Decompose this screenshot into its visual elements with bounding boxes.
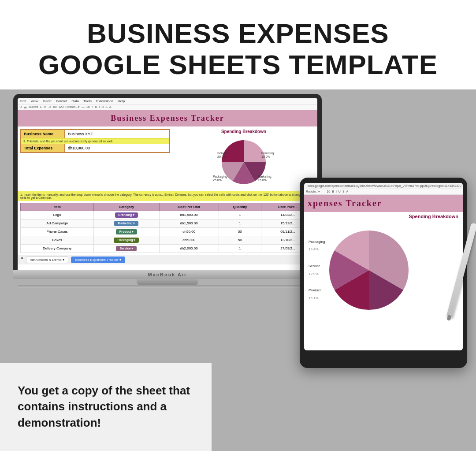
total-value: dh10,000.00 [65, 144, 169, 152]
tab-tracker[interactable]: Business Expenses Tracker ▾ [71, 257, 125, 263]
col-category: Category [94, 203, 159, 211]
business-name-row: Business Name Business XYZ [21, 130, 169, 138]
chart-area: Spending Breakdown [173, 129, 315, 189]
pie-chart: Service 20.0% Branding 15.0% Marketing 1… [208, 136, 279, 189]
cell-cost: dh2,000.00 [159, 244, 219, 253]
menu-bar: EditViewInsertFormat DataToolsExtensions… [18, 98, 317, 104]
table-row: Ad Campaign Marketing ▾ dh1,500.00 1 15/… [21, 219, 315, 227]
tablet-legend: Packaging19.4% Service12.9% Product16.1% [309, 238, 325, 302]
tablet-toolbar: Roboto...▾—10BIUSA [304, 189, 463, 195]
tab-instructions[interactable]: Instructions & Demo ▾ [26, 257, 68, 263]
svg-text:Marketing: Marketing [258, 175, 271, 178]
table-row: Phone Cases Product ▾ dh50.00 50 09/11/2… [21, 227, 315, 236]
cell-cost: dh50.00 [159, 236, 219, 244]
legend-product: Product16.1% [309, 286, 325, 302]
svg-text:15.0%: 15.0% [261, 155, 270, 158]
svg-text:25.0%: 25.0% [213, 178, 222, 182]
laptop-bezel: EditViewInsertFormat DataToolsExtensions… [13, 94, 322, 270]
col-cost: Cost Per Unit [159, 203, 219, 211]
header: BUSINESS EXPENSES GOOGLE SHEETS TEMPLATE [0, 0, 476, 89]
col-qty: Quantity [219, 203, 261, 211]
svg-text:Branding: Branding [261, 152, 274, 155]
tablet-chart-area: Packaging19.4% Service12.9% Product16.1% [304, 219, 463, 321]
tablet-chart-title: Spending Breakdown [304, 212, 463, 219]
cell-qty: 1 [219, 219, 261, 227]
tracker-title-row: Business Expenses Tracker [18, 110, 317, 126]
table-row: Boxes Packaging ▾ dh50.00 50 13/10/2... [21, 236, 315, 244]
cell-qty: 1 [219, 244, 261, 253]
total-row: Total Expenses dh10,000.00 [21, 144, 169, 152]
legend-service: Service12.9% [309, 262, 325, 278]
laptop-base: MacBook Air [13, 270, 322, 279]
expense-table: Item Category Cost Per Unit Quantity Dat… [20, 203, 315, 253]
toolbar: ↺🖨100%▾£% .0.00123Roboto...▾ —10+BI USA [18, 104, 317, 110]
total-label: Total Expenses [21, 144, 65, 152]
page-title: BUSINESS EXPENSES GOOGLE SHEETS TEMPLATE [26, 18, 450, 81]
tablet-pie-chart [325, 222, 413, 319]
info-note: 3. This total and the pie chart are auto… [21, 138, 169, 144]
laptop-mockup: EditViewInsertFormat DataToolsExtensions… [13, 94, 322, 288]
main-content: EditViewInsertFormat DataToolsExtensions… [0, 89, 476, 451]
cell-item: Phone Cases [21, 227, 94, 236]
laptop-stand [137, 279, 198, 285]
cell-qty: 50 [219, 227, 261, 236]
cell-category: Product ▾ [94, 227, 159, 236]
cell-category: Service ▾ [94, 244, 159, 253]
instruction-bar: 1. Insert the items manually, and use th… [18, 191, 317, 201]
laptop-screen: EditViewInsertFormat DataToolsExtensions… [18, 98, 317, 270]
svg-text:Packaging: Packaging [213, 175, 227, 178]
cell-cost: dh1,500.00 [159, 219, 219, 227]
cell-item: Logo [21, 211, 94, 219]
cell-item: Ad Campaign [21, 219, 94, 227]
left-panel: Business Name Business XYZ 3. This total… [20, 129, 170, 189]
table-row: Delivery Company Service ▾ dh2,000.00 1 … [21, 244, 315, 253]
laptop-brand: MacBook Air [148, 272, 187, 277]
col-item: Item [21, 203, 94, 211]
bottom-area: You get a copy of the sheet that contain… [0, 363, 212, 451]
cell-qty: 1 [219, 211, 261, 219]
tablet-bezel: docs.google.com/spreadsheets/d/1cQ98kORs… [300, 178, 467, 368]
cell-category: Branding ▾ [94, 211, 159, 219]
tablet-tracker-text: xpenses Tracker [308, 198, 459, 208]
cell-category: Marketing ▾ [94, 219, 159, 227]
tablet-screen: docs.google.com/spreadsheets/d/1cQ98kORs… [304, 183, 463, 350]
cell-cost: dh1,500.00 [159, 211, 219, 219]
cell-category: Packaging ▾ [94, 236, 159, 244]
legend-packaging: Packaging19.4% [309, 238, 325, 253]
svg-text:Service: Service [217, 152, 227, 155]
spreadsheet-body: Business Name Business XYZ 3. This total… [18, 126, 317, 191]
business-name-value: Business XYZ [65, 130, 169, 138]
spreadsheet: EditViewInsertFormat DataToolsExtensions… [18, 98, 317, 270]
tablet-tracker-title: xpenses Tracker [304, 195, 463, 212]
cell-item: Boxes [21, 236, 94, 244]
bottom-text: You get a copy of the sheet that contain… [18, 383, 194, 431]
table-row: Logo Branding ▾ dh1,500.00 1 14/02/2... [21, 211, 315, 219]
svg-text:20.0%: 20.0% [217, 155, 226, 158]
cell-cost: dh50.00 [159, 227, 219, 236]
cell-qty: 50 [219, 236, 261, 244]
info-table: Business Name Business XYZ 3. This total… [20, 129, 170, 153]
tablet-mockup: docs.google.com/spreadsheets/d/1cQ98kORs… [300, 178, 467, 368]
data-section: Item Category Cost Per Unit Quantity Dat… [18, 203, 317, 255]
tab-bar: ≡ Instructions & Demo ▾ Business Expense… [18, 255, 317, 264]
svg-text:15.0%: 15.0% [258, 178, 267, 182]
tracker-title: Business Expenses Tracker [21, 114, 314, 123]
tab-icon: ≡ [21, 257, 23, 263]
business-name-label: Business Name [21, 130, 65, 138]
tablet-url-bar: docs.google.com/spreadsheets/d/1cQ98kORs… [304, 183, 463, 189]
chart-title: Spending Breakdown [173, 129, 315, 134]
laptop-foot [18, 285, 317, 288]
cell-item: Delivery Company [21, 244, 94, 253]
